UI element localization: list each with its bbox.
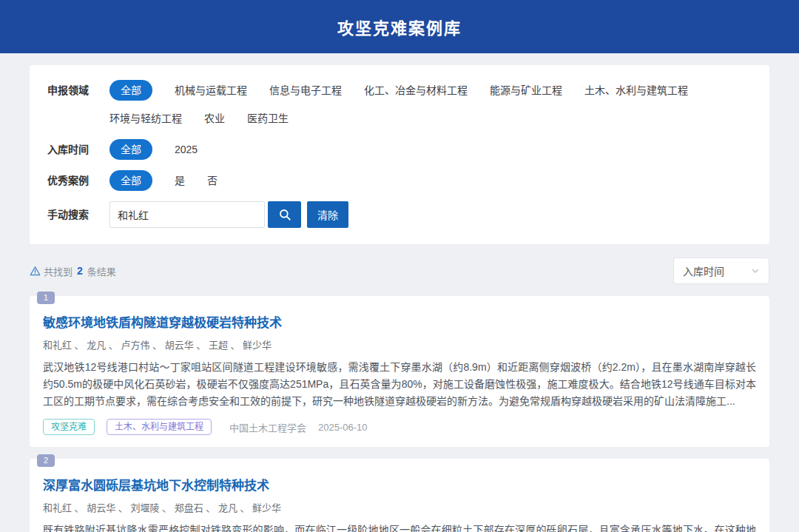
time-filter-options: 全部 2025 xyxy=(109,139,752,160)
results-count: 2 xyxy=(77,265,83,277)
filter-row-search: 手动搜索 清除 xyxy=(47,201,752,228)
filter-panel: 申报领域 全部 机械与运载工程 信息与电子工程 化工、冶金与材料工程 能源与矿业… xyxy=(30,65,769,244)
card-organization: 中国土木工程学会 xyxy=(229,420,306,434)
excellent-filter-label: 优秀案例 xyxy=(47,170,109,191)
field-filter-label: 申报领域 xyxy=(47,80,109,101)
card-authors: 和礼红 、 龙凡 、 卢方伟 、 胡云华 、 王超 、 鲜少华 xyxy=(43,337,756,351)
tag-category: 攻坚克难 xyxy=(43,419,95,435)
search-input[interactable] xyxy=(109,201,265,228)
field-option-medical[interactable]: 医药卫生 xyxy=(247,108,289,129)
search-icon xyxy=(278,208,291,221)
card-description: 既有铁路附近基坑降水需严格控制对铁路变形的影响，而在临江一级阶地地区一般会在细粒… xyxy=(43,522,756,532)
field-option-mechanical[interactable]: 机械与运载工程 xyxy=(175,80,247,101)
chevron-down-icon xyxy=(751,266,760,275)
filter-row-field: 申报领域 全部 机械与运载工程 信息与电子工程 化工、冶金与材料工程 能源与矿业… xyxy=(47,80,752,129)
field-option-energy[interactable]: 能源与矿业工程 xyxy=(490,80,562,101)
result-card: 2 深厚富水圆砾层基坑地下水控制特种技术 和礼红 、 胡云华 、 刘堰陵 、 郑… xyxy=(30,459,769,532)
tag-field: 土木、水利与建筑工程 xyxy=(107,419,212,435)
excellent-filter-options: 全部 是 否 xyxy=(109,170,752,191)
time-filter-label: 入库时间 xyxy=(47,139,109,160)
field-option-environment[interactable]: 环境与轻纺工程 xyxy=(109,108,182,129)
sort-select[interactable]: 入库时间 xyxy=(673,257,769,284)
search-label: 手动搜索 xyxy=(47,201,109,228)
card-title-link[interactable]: 敏感环境地铁盾构隧道穿越极硬岩特种技术 xyxy=(43,312,756,331)
results-bar: 共找到 2 条结果 入库时间 xyxy=(30,257,769,284)
clear-button[interactable]: 清除 xyxy=(307,201,348,228)
filter-row-time: 入库时间 全部 2025 xyxy=(47,139,752,160)
card-meta: 攻坚克难 土木、水利与建筑工程 中国土木工程学会 2025-06-10 xyxy=(43,419,756,435)
card-title-link[interactable]: 深厚富水圆砾层基坑地下水控制特种技术 xyxy=(43,475,756,494)
field-option-civil[interactable]: 土木、水利与建筑工程 xyxy=(584,80,688,101)
time-option-all[interactable]: 全部 xyxy=(109,139,152,160)
card-index-badge: 2 xyxy=(37,454,55,467)
results-found-suffix: 条结果 xyxy=(87,264,116,278)
warning-icon xyxy=(30,266,41,277)
page-title: 攻坚克难案例库 xyxy=(337,15,462,38)
result-card: 1 敏感环境地铁盾构隧道穿越极硬岩特种技术 和礼红 、 龙凡 、 卢方伟 、 胡… xyxy=(30,296,769,447)
field-filter-options: 全部 机械与运载工程 信息与电子工程 化工、冶金与材料工程 能源与矿业工程 土木… xyxy=(109,80,752,129)
field-option-all[interactable]: 全部 xyxy=(109,80,152,101)
search-button[interactable] xyxy=(268,201,301,228)
card-index-badge: 1 xyxy=(37,292,55,304)
card-authors: 和礼红 、 胡云华 、 刘堰陵 、 郑盘石 、 龙凡 、 鲜少华 xyxy=(43,500,756,514)
card-date: 2025-06-10 xyxy=(318,422,368,433)
excellent-option-yes[interactable]: 是 xyxy=(175,170,185,191)
sort-select-value: 入库时间 xyxy=(683,263,724,278)
excellent-option-all[interactable]: 全部 xyxy=(109,170,152,191)
field-option-electronic[interactable]: 信息与电子工程 xyxy=(269,80,342,101)
results-found-prefix: 共找到 xyxy=(44,264,73,278)
field-option-chemical[interactable]: 化工、冶金与材料工程 xyxy=(364,80,468,101)
card-description: 武汉地铁12号线港口村站～丁家咀站区间隧道工程建设环境敏感，需浅覆土下穿墨水湖（… xyxy=(43,359,756,410)
field-option-agriculture[interactable]: 农业 xyxy=(204,108,225,129)
page-container: 申报领域 全部 机械与运载工程 信息与电子工程 化工、冶金与材料工程 能源与矿业… xyxy=(30,65,769,532)
excellent-option-no[interactable]: 否 xyxy=(207,170,218,191)
filter-row-excellent: 优秀案例 全部 是 否 xyxy=(47,170,752,191)
app-header: 攻坚克难案例库 xyxy=(0,0,799,53)
time-option-2025[interactable]: 2025 xyxy=(175,139,198,160)
results-info: 共找到 2 条结果 xyxy=(30,264,116,278)
